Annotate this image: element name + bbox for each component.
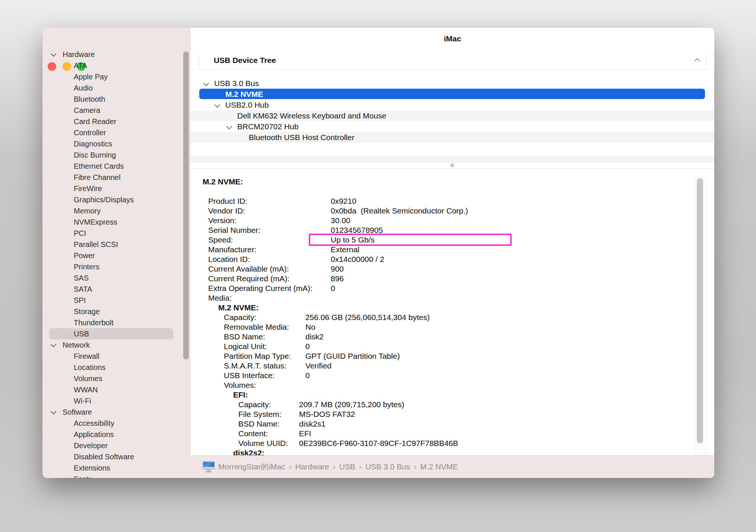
- sidebar-item-controller[interactable]: Controller: [42, 127, 191, 138]
- header-separator-right: [706, 54, 706, 68]
- tree-row-usb2-0-hub[interactable]: USB2.0 Hub: [191, 99, 714, 110]
- detail-value-partition-map-type: GPT (GUID Partition Table): [305, 351, 400, 361]
- sidebar-item-usb[interactable]: USB: [42, 328, 191, 339]
- sidebar-item-label: Graphics/Displays: [74, 194, 134, 205]
- sidebar-item-label: Accessibility: [74, 418, 114, 429]
- tree-row-bluetooth-usb-host-controller[interactable]: Bluetooth USB Host Controller: [191, 132, 714, 143]
- breadcrumb-item-hardware[interactable]: Hardware: [295, 462, 329, 471]
- tree-row-label: USB2.0 Hub: [225, 99, 269, 110]
- sidebar-item-wwan[interactable]: WWAN: [42, 384, 191, 395]
- tree-row-brcm20702-hub[interactable]: BRCM20702 Hub: [191, 121, 714, 132]
- sidebar-item-sata[interactable]: SATA: [42, 284, 191, 295]
- tree-row-usb-3-0-bus[interactable]: USB 3.0 Bus: [191, 78, 714, 89]
- breadcrumb-item-m-2-nvme[interactable]: M.2 NVME: [420, 462, 458, 471]
- sidebar-item-network[interactable]: Network: [42, 339, 191, 351]
- sidebar-item-label: Apple Pay: [74, 71, 108, 82]
- sidebar-item-memory[interactable]: Memory: [42, 205, 191, 216]
- detail-label-current-available-ma: Current Available (mA):: [208, 264, 289, 274]
- sidebar-item-label: ATA: [74, 60, 87, 71]
- chevron-up-icon: [695, 58, 701, 64]
- detail-label-partition-map-type: Partition Map Type:: [224, 351, 291, 361]
- sidebar-item-label: Disabled Software: [74, 451, 134, 462]
- details-section-header: M.2 NVME:: [203, 177, 243, 187]
- sidebar-item-power[interactable]: Power: [42, 250, 191, 261]
- sidebar-item-hardware[interactable]: Hardware: [42, 49, 191, 60]
- detail-value-current-available-ma: 900: [331, 264, 344, 274]
- details-scrollbar-thumb[interactable]: [697, 178, 703, 443]
- sidebar-item-software[interactable]: Software: [42, 406, 191, 418]
- sidebar-item-pci[interactable]: PCI: [42, 228, 191, 239]
- breadcrumb-separator: ›: [289, 462, 292, 471]
- chevron-down-icon[interactable]: [215, 102, 220, 108]
- sidebar-item-ata[interactable]: ATA: [42, 60, 191, 71]
- sidebar-item-fonts[interactable]: Fonts: [42, 474, 191, 478]
- sidebar-item-firewire[interactable]: FireWire: [42, 183, 191, 194]
- detail-label-volume-uuid: Volume UUID:: [238, 438, 288, 448]
- sidebar-scrollbar[interactable]: [183, 51, 189, 360]
- sidebar-item-firewall[interactable]: Firewall: [42, 351, 191, 362]
- sidebar-item-developer[interactable]: Developer: [42, 440, 191, 451]
- sidebar-item-applications[interactable]: Applications: [42, 429, 191, 440]
- sidebar-item-label: Storage: [74, 306, 100, 317]
- sidebar-item-apple-pay[interactable]: Apple Pay: [42, 71, 191, 82]
- sidebar-item-spi[interactable]: SPI: [42, 295, 191, 306]
- sidebar-item-bluetooth[interactable]: Bluetooth: [42, 94, 191, 105]
- sidebar-item-ethernet-cards[interactable]: Ethernet Cards: [42, 161, 191, 172]
- breadcrumb-separator: ›: [333, 462, 336, 471]
- detail-label-product-id: Product ID:: [208, 196, 247, 206]
- sidebar-item-label: Developer: [74, 440, 108, 451]
- chevron-down-icon[interactable]: [203, 80, 209, 86]
- chevron-down-icon[interactable]: [226, 124, 232, 130]
- sidebar-item-audio[interactable]: Audio: [42, 82, 191, 94]
- sidebar-item-volumes[interactable]: Volumes: [42, 373, 191, 384]
- chevron-down-icon[interactable]: [51, 409, 57, 415]
- tree-selection-background: [199, 89, 705, 99]
- status-bar: MorningStar的iMac›Hardware›USB›USB 3.0 Bu…: [191, 455, 714, 478]
- sidebar-item-sas[interactable]: SAS: [42, 272, 191, 284]
- detail-value-usb-interface: 0: [305, 371, 310, 380]
- detail-label-capacity: Capacity:: [224, 313, 257, 322]
- details-scrollbar-track[interactable]: [695, 177, 707, 456]
- detail-value-current-required-ma: 896: [331, 274, 344, 284]
- tree-row-label: USB 3.0 Bus: [214, 78, 259, 89]
- sidebar-item-diagnostics[interactable]: Diagnostics: [42, 138, 191, 149]
- detail-label-s-m-a-r-t-status: S.M.A.R.T. status:: [224, 361, 286, 371]
- sidebar-item-fibre-channel[interactable]: Fibre Channel: [42, 172, 191, 183]
- chevron-down-icon[interactable]: [51, 342, 57, 348]
- detail-value-bsd-name: disk2: [305, 332, 324, 342]
- tree-row-dell-km632-wireless-keyboard-and-mouse[interactable]: Dell KM632 Wireless Keyboard and Mouse: [191, 110, 714, 121]
- collapse-section-button[interactable]: [693, 57, 702, 63]
- sidebar-item-camera[interactable]: Camera: [42, 105, 191, 116]
- sidebar-item-graphics-displays[interactable]: Graphics/Displays: [42, 194, 191, 205]
- sidebar-item-label: FireWire: [74, 183, 102, 194]
- sidebar-item-printers[interactable]: Printers: [42, 261, 191, 272]
- sidebar-item-disc-burning[interactable]: Disc Burning: [42, 149, 191, 161]
- tree-row-label: Bluetooth USB Host Controller: [249, 132, 355, 143]
- splitter-handle[interactable]: [450, 163, 454, 167]
- sidebar-item-card-reader[interactable]: Card Reader: [42, 116, 191, 127]
- sidebar-item-label: NVMExpress: [74, 216, 117, 228]
- sidebar-item-wi-fi[interactable]: Wi-Fi: [42, 395, 191, 406]
- chevron-down-icon[interactable]: [51, 51, 57, 57]
- tree-row-m-2-nvme[interactable]: M.2 NVME: [191, 89, 714, 99]
- sidebar-item-thunderbolt[interactable]: Thunderbolt: [42, 317, 191, 328]
- sidebar-item-label: Memory: [74, 205, 101, 216]
- sidebar-item-extensions[interactable]: Extensions: [42, 462, 191, 474]
- sidebar-item-label: Fibre Channel: [74, 172, 121, 183]
- sidebar-item-storage[interactable]: Storage: [42, 306, 191, 317]
- detail-value-content: EFI: [299, 429, 311, 438]
- sidebar-item-locations[interactable]: Locations: [42, 362, 191, 373]
- sidebar-item-parallel-scsi[interactable]: Parallel SCSI: [42, 239, 191, 250]
- detail-label-serial-number: Serial Number:: [208, 225, 260, 235]
- breadcrumb-item-morningstar-imac[interactable]: MorningStar的iMac: [218, 462, 285, 471]
- sidebar-item-label: Printers: [74, 261, 99, 272]
- sidebar-item-nvmexpress[interactable]: NVMExpress: [42, 216, 191, 228]
- breadcrumb-item-usb-3-0-bus[interactable]: USB 3.0 Bus: [365, 462, 410, 471]
- imac-computer-icon: [203, 461, 215, 472]
- detail-label-content: Content:: [238, 429, 268, 438]
- sidebar-item-disabled-software[interactable]: Disabled Software: [42, 451, 191, 462]
- detail-label-bsd-name: BSD Name:: [224, 332, 265, 342]
- breadcrumb-item-usb[interactable]: USB: [339, 462, 355, 471]
- tree-row-label: Dell KM632 Wireless Keyboard and Mouse: [237, 110, 386, 121]
- sidebar-item-accessibility[interactable]: Accessibility: [42, 418, 191, 429]
